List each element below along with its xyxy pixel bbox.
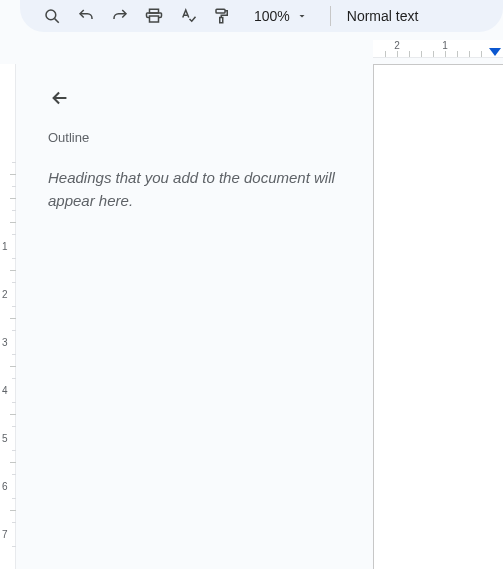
dropdown-icon (296, 10, 308, 22)
close-outline-button[interactable] (42, 80, 78, 116)
print-icon (145, 7, 163, 25)
ruler-tick-label: 7 (2, 529, 8, 540)
print-button[interactable] (138, 2, 170, 30)
outline-panel: Outline Headings that you add to the doc… (16, 64, 373, 569)
indent-marker[interactable] (489, 48, 501, 56)
search-icon (43, 7, 61, 25)
toolbar: 100% Normal text (20, 0, 503, 32)
vertical-ruler[interactable]: 1 2 3 4 5 6 7 (0, 64, 16, 569)
ruler-tick-label: 2 (2, 289, 8, 300)
svg-point-0 (46, 10, 56, 20)
arrow-left-icon (49, 87, 71, 109)
ruler-tick-label: 3 (2, 337, 8, 348)
svg-rect-5 (220, 18, 223, 23)
spellcheck-button[interactable] (172, 2, 204, 30)
toolbar-divider (330, 6, 331, 26)
horizontal-ruler[interactable]: 2 1 (373, 40, 503, 58)
paint-roller-icon (213, 7, 231, 25)
outline-title: Outline (48, 130, 349, 145)
paragraph-style-select[interactable]: Normal text (343, 8, 423, 24)
undo-button[interactable] (70, 2, 102, 30)
zoom-value: 100% (254, 8, 290, 24)
svg-line-1 (55, 19, 59, 23)
document-page[interactable] (373, 64, 503, 569)
svg-rect-4 (216, 9, 225, 13)
zoom-select[interactable]: 100% (248, 8, 314, 24)
undo-icon (77, 7, 95, 25)
ruler-tick-label: 4 (2, 385, 8, 396)
ruler-tick-label: 1 (2, 241, 8, 252)
style-label: Normal text (347, 8, 419, 24)
ruler-tick-label: 5 (2, 433, 8, 444)
ruler-tick-label: 1 (442, 40, 448, 51)
paint-format-button[interactable] (206, 2, 238, 30)
redo-button[interactable] (104, 2, 136, 30)
svg-rect-3 (150, 16, 159, 22)
spellcheck-icon (179, 7, 197, 25)
redo-icon (111, 7, 129, 25)
outline-empty-hint: Headings that you add to the document wi… (48, 167, 349, 212)
ruler-tick-label: 6 (2, 481, 8, 492)
ruler-tick-label: 2 (394, 40, 400, 51)
search-button[interactable] (36, 2, 68, 30)
